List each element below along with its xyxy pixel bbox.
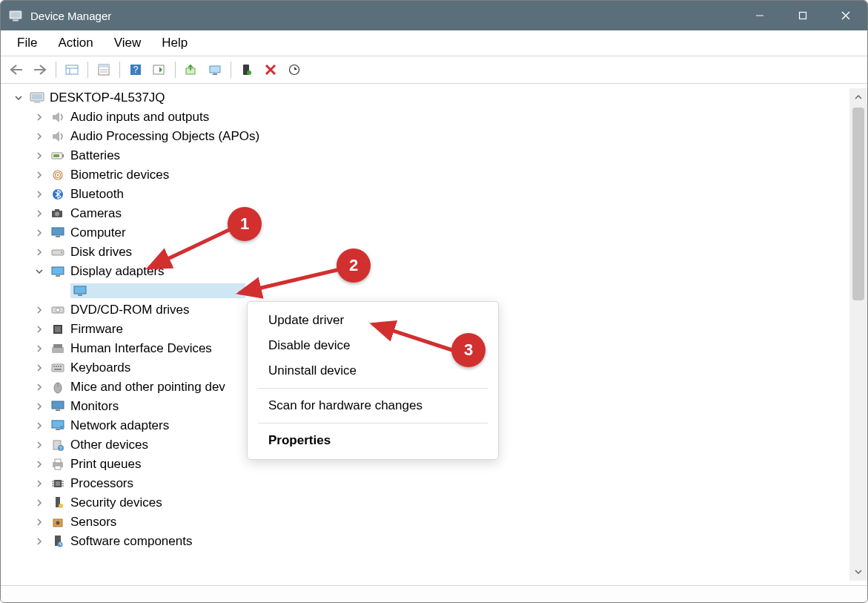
back-button[interactable]: [5, 59, 27, 80]
scroll-down-button[interactable]: [849, 563, 867, 581]
tree-category[interactable]: Biometric devices: [13, 165, 849, 185]
minimize-button[interactable]: [738, 1, 781, 30]
svg-text:?: ?: [133, 65, 139, 75]
bluetooth-icon: [50, 188, 66, 201]
tree-category-label: Security devices: [70, 495, 162, 510]
svg-point-33: [57, 174, 59, 176]
vertical-scrollbar[interactable]: [849, 88, 867, 581]
svg-rect-72: [56, 481, 60, 486]
tree-category[interactable]: Audio inputs and outputs: [13, 108, 849, 127]
expand-icon[interactable]: [33, 131, 45, 142]
expand-icon[interactable]: [33, 304, 45, 316]
tree-category[interactable]: Cameras: [13, 204, 849, 223]
expand-placeholder: [54, 285, 66, 297]
expand-icon[interactable]: [33, 439, 45, 451]
tree-category[interactable]: Bluetooth: [13, 185, 849, 204]
tree-category[interactable]: Disk drives: [13, 243, 849, 262]
expand-icon[interactable]: [33, 323, 45, 335]
show-hidden-button[interactable]: [61, 59, 83, 80]
expand-icon[interactable]: [33, 208, 45, 220]
tree-category-label: Bluetooth: [70, 187, 124, 202]
audio-icon: [50, 111, 66, 124]
ctx-scan-hardware[interactable]: Scan for hardware changes: [248, 393, 498, 418]
action-button[interactable]: [148, 59, 170, 80]
expand-icon[interactable]: [33, 420, 45, 432]
expand-icon[interactable]: [33, 381, 45, 393]
tree-category-label: Processors: [70, 476, 133, 491]
tree-category[interactable]: Sensors: [13, 513, 849, 532]
svg-rect-2: [13, 19, 18, 21]
expand-icon[interactable]: [13, 92, 24, 104]
window-title: Device Manager: [30, 10, 738, 22]
svg-point-47: [56, 309, 60, 312]
tree-category[interactable]: Audio Processing Objects (APOs): [13, 127, 849, 146]
tree-category[interactable]: Computer: [13, 223, 849, 243]
forward-button[interactable]: [29, 59, 51, 80]
tree-category-label: DVD/CD-ROM drives: [70, 303, 190, 317]
help-button[interactable]: ?: [125, 59, 147, 80]
camera-icon: [50, 207, 66, 220]
tree-category-label: Audio Processing Objects (APOs): [70, 129, 259, 144]
separator: [231, 62, 231, 78]
enable-device-button[interactable]: [236, 59, 258, 80]
refresh-button[interactable]: [283, 59, 305, 80]
svg-rect-4: [800, 13, 806, 19]
processor-icon: [50, 477, 66, 490]
tree-category[interactable]: Processors: [13, 474, 849, 493]
ctx-update-driver[interactable]: Update driver: [248, 308, 498, 333]
security-icon: [50, 496, 66, 510]
expand-icon[interactable]: [33, 150, 45, 162]
svg-rect-43: [56, 275, 60, 277]
expand-icon[interactable]: [33, 401, 45, 412]
svg-rect-52: [52, 364, 64, 372]
properties-button[interactable]: [93, 59, 115, 80]
keyboard-icon: [50, 361, 66, 375]
annotation-badge-2: 2: [337, 248, 371, 283]
menubar: File Action View Help: [1, 30, 867, 56]
scroll-up-button[interactable]: [849, 88, 867, 106]
close-button[interactable]: [824, 1, 867, 30]
svg-rect-39: [56, 236, 60, 237]
separator: [119, 62, 120, 78]
svg-point-22: [247, 70, 251, 75]
scroll-thumb[interactable]: [852, 108, 864, 300]
tree-device-selected[interactable]: [13, 281, 849, 300]
expand-icon[interactable]: [33, 536, 45, 547]
expand-icon[interactable]: [33, 478, 45, 490]
expand-icon[interactable]: [33, 343, 45, 355]
expand-icon[interactable]: [33, 111, 45, 123]
tree-category[interactable]: Batteries: [13, 146, 849, 165]
menu-view[interactable]: View: [105, 33, 150, 53]
svg-rect-69: [55, 459, 61, 463]
expand-icon[interactable]: [33, 169, 45, 181]
expand-icon[interactable]: [33, 188, 45, 200]
svg-rect-1: [11, 13, 21, 18]
maximize-button[interactable]: [781, 1, 824, 30]
expand-icon[interactable]: [33, 227, 45, 239]
expand-icon[interactable]: [33, 362, 45, 374]
tree-root[interactable]: DESKTOP-4L537JQ: [13, 88, 849, 108]
collapse-icon[interactable]: [33, 266, 45, 277]
annotation-badge-1: 1: [228, 207, 262, 241]
expand-icon[interactable]: [33, 458, 45, 470]
menu-action[interactable]: Action: [49, 33, 102, 53]
tree-category-label: Biometric devices: [70, 168, 169, 182]
tree-category-label: Other devices: [70, 438, 148, 452]
tree-category[interactable]: Security devices: [13, 493, 849, 513]
svg-rect-70: [55, 466, 61, 469]
update-driver-button[interactable]: [180, 59, 202, 80]
menu-file[interactable]: File: [8, 33, 46, 53]
expand-icon[interactable]: [33, 497, 45, 509]
expand-icon[interactable]: [33, 516, 45, 528]
expand-icon[interactable]: [33, 246, 45, 258]
uninstall-device-button[interactable]: [259, 59, 282, 80]
tree-category-label: Keyboards: [70, 360, 130, 375]
menu-help[interactable]: Help: [153, 33, 196, 53]
tree-category[interactable]: Software components: [13, 532, 849, 551]
svg-rect-45: [78, 294, 82, 296]
computer-icon: [29, 91, 45, 105]
tree-category-display-adapters[interactable]: Display adapters: [13, 262, 849, 281]
scan-hardware-button[interactable]: [204, 59, 226, 80]
tree-category-label: Network adapters: [70, 418, 169, 433]
ctx-properties[interactable]: Properties: [248, 428, 498, 453]
